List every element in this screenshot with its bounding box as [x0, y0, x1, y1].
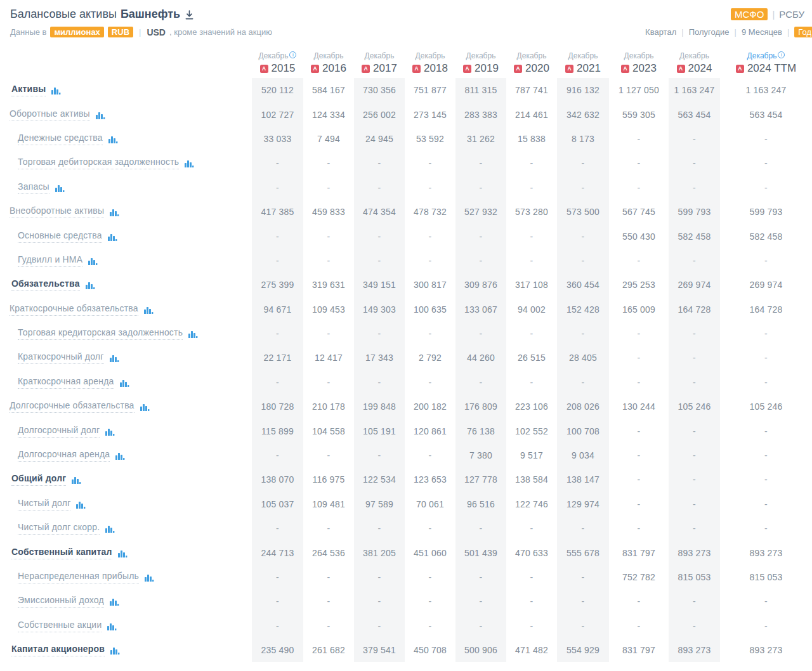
cell-value: -	[354, 176, 405, 200]
row-label[interactable]: Запасы	[18, 181, 49, 194]
bar-chart-icon[interactable]	[96, 112, 105, 119]
pdf-report-icon[interactable]: A	[463, 65, 471, 73]
bar-chart-icon[interactable]	[105, 428, 115, 436]
cell-value: -	[405, 176, 455, 200]
row-label[interactable]: Обязательства	[11, 278, 80, 291]
cell-value: -	[252, 176, 303, 200]
cell-value: -	[720, 443, 812, 467]
standard-msfo-toggle[interactable]: МСФО	[731, 8, 768, 20]
period-halfyear[interactable]: Полугодие	[689, 27, 730, 37]
row-label[interactable]: Собственный капитал	[11, 547, 112, 559]
bar-chart-icon[interactable]	[88, 257, 98, 265]
row-label[interactable]: Собственные акции	[18, 620, 102, 632]
pdf-report-icon[interactable]: A	[311, 65, 319, 73]
table-row: Торговая кредиторская задолженность-----…	[0, 322, 812, 346]
cell-value: -	[303, 370, 354, 394]
cell-value: 133 067	[455, 297, 506, 322]
row-label[interactable]: Долгосрочный долг	[18, 425, 100, 438]
bar-chart-icon[interactable]	[185, 160, 194, 167]
row-label[interactable]: Чистый долг	[18, 498, 70, 511]
cell-value: -	[354, 322, 405, 346]
bar-chart-icon[interactable]	[110, 647, 120, 655]
row-label[interactable]: Эмиссионный доход	[18, 595, 104, 608]
bar-chart-icon[interactable]	[107, 623, 117, 630]
currency-rub-toggle[interactable]: RUB	[108, 27, 133, 37]
cell-value: 478 732	[405, 200, 455, 224]
row-label[interactable]: Торговая кредиторская задолженность	[18, 327, 183, 340]
row-label[interactable]: Краткосрочный долг	[18, 351, 104, 364]
bar-chart-icon[interactable]	[110, 209, 119, 216]
bar-chart-icon[interactable]	[115, 452, 125, 460]
standard-rsbu-toggle[interactable]: РСБУ	[779, 9, 804, 20]
pdf-report-icon[interactable]: A	[260, 65, 268, 73]
pdf-report-icon[interactable]: A	[565, 65, 573, 73]
info-icon[interactable]: i	[778, 51, 785, 58]
row-label[interactable]: Внеоборотные активы	[10, 205, 104, 218]
download-icon[interactable]	[185, 10, 193, 20]
bar-chart-icon[interactable]	[108, 233, 117, 241]
bar-chart-icon[interactable]	[118, 550, 128, 557]
pdf-report-icon[interactable]: A	[362, 65, 370, 73]
bar-chart-icon[interactable]	[120, 379, 129, 387]
cell-value: -	[354, 370, 405, 394]
cell-value: -	[303, 322, 354, 346]
bar-chart-icon[interactable]	[51, 87, 61, 94]
bar-chart-icon[interactable]	[145, 574, 154, 582]
cell-value: -	[720, 346, 812, 370]
cell-value: -	[669, 516, 720, 540]
bar-chart-icon[interactable]	[110, 598, 119, 606]
column-header: ДекабрьiA2024 TTM	[720, 48, 812, 78]
bar-chart-icon[interactable]	[86, 282, 95, 289]
row-label[interactable]: Торговая дебиторская задолженность	[18, 157, 179, 169]
row-label[interactable]: Денежные средства	[18, 133, 103, 145]
units-millions-toggle[interactable]: миллионах	[50, 27, 103, 37]
row-label[interactable]: Краткосрочные обязательства	[10, 303, 138, 316]
bar-chart-icon[interactable]	[110, 355, 119, 362]
cell-value: -	[506, 516, 557, 540]
cell-value: 584 167	[303, 78, 354, 102]
bar-chart-icon[interactable]	[55, 185, 65, 192]
row-label[interactable]: Оборотные активы	[10, 108, 90, 121]
cell-value: -	[252, 565, 303, 589]
period-9months[interactable]: 9 Месяцев	[742, 27, 782, 37]
cell-value: 235 490	[252, 638, 303, 662]
pdf-report-icon[interactable]: A	[621, 65, 629, 73]
currency-usd-toggle[interactable]: USD	[147, 27, 166, 37]
info-icon[interactable]: i	[289, 51, 296, 58]
cell-value: -	[252, 589, 303, 613]
row-label[interactable]: Основные средства	[18, 230, 102, 243]
bar-chart-icon[interactable]	[144, 306, 154, 314]
pdf-report-icon[interactable]: A	[677, 65, 685, 73]
row-label[interactable]: Краткосрочная аренда	[18, 376, 114, 389]
row-label[interactable]: Общий долг	[11, 473, 66, 486]
bar-chart-icon[interactable]	[72, 476, 81, 484]
bar-chart-icon[interactable]	[76, 501, 86, 509]
row-label[interactable]: Долгосрочная аренда	[18, 449, 110, 462]
bar-chart-icon[interactable]	[105, 525, 115, 533]
cell-value: 563 454	[720, 102, 812, 126]
row-label[interactable]: Активы	[11, 84, 46, 96]
cell-value: 379 541	[354, 638, 405, 662]
row-label[interactable]: Нераспределенная прибыль	[18, 571, 139, 583]
cell-value: 152 428	[557, 297, 609, 322]
bar-chart-icon[interactable]	[140, 403, 150, 411]
cell-value: 105 246	[669, 394, 720, 419]
pdf-report-icon[interactable]: A	[412, 65, 421, 73]
cell-value: -	[405, 516, 455, 540]
pdf-report-icon[interactable]: A	[736, 65, 744, 73]
period-quarter[interactable]: Квартал	[645, 27, 676, 37]
period-year[interactable]: Год	[794, 27, 812, 37]
row-label-cell: Краткосрочные обязательства	[0, 297, 252, 322]
cell-value: 200 182	[405, 394, 455, 419]
pdf-report-icon[interactable]: A	[514, 65, 522, 73]
row-label[interactable]: Капитал акционеров	[11, 644, 105, 656]
cell-value: 109 481	[303, 492, 354, 516]
row-label-cell: Краткосрочный долг	[0, 346, 252, 370]
cell-value: 138 147	[557, 467, 609, 492]
row-label-cell: Запасы	[0, 176, 252, 200]
bar-chart-icon[interactable]	[108, 136, 118, 143]
row-label[interactable]: Долгосрочные обязательства	[10, 400, 134, 413]
row-label[interactable]: Гудвилл и НМА	[18, 254, 82, 267]
row-label[interactable]: Чистый долг скорр.	[18, 522, 100, 535]
bar-chart-icon[interactable]	[188, 330, 198, 338]
